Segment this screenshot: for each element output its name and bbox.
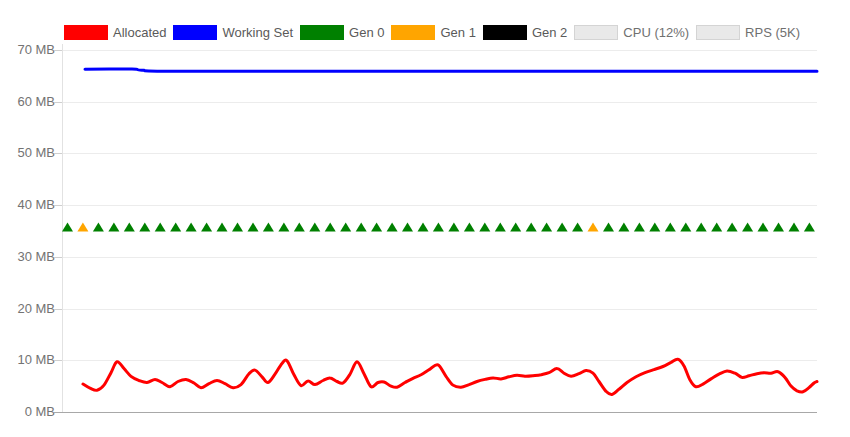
gc-marker-gen-0: [680, 222, 691, 231]
legend-swatch-allocated: [64, 25, 108, 40]
legend-label-gen-1: Gen 1: [440, 25, 475, 40]
gc-marker-gen-0: [278, 222, 289, 231]
gc-marker-gen-0: [773, 222, 784, 231]
gc-marker-gen-0: [665, 222, 676, 231]
gc-marker-gen-0: [433, 222, 444, 231]
gc-marker-gen-0: [727, 222, 738, 231]
memory-metrics-chart: AllocatedWorking SetGen 0Gen 1Gen 2CPU (…: [0, 0, 850, 437]
gc-marker-gen-0: [217, 222, 228, 231]
legend-swatch-rps: [696, 25, 740, 40]
gc-marker-gen-0: [572, 222, 583, 231]
gc-marker-gen-0: [618, 222, 629, 231]
legend-label-working-set: Working Set: [222, 25, 293, 40]
gc-marker-gen-0: [603, 222, 614, 231]
legend-swatch-gen-1: [391, 25, 435, 40]
gc-marker-gen-0: [124, 222, 135, 231]
gc-marker-gen-0: [789, 222, 800, 231]
gc-marker-gen-0: [510, 222, 521, 231]
gc-marker-gen-0: [418, 222, 429, 231]
gc-marker-gen-0: [387, 222, 398, 231]
gc-marker-gen-0: [325, 222, 336, 231]
gc-marker-gen-0: [62, 222, 73, 231]
legend-swatch-working-set: [173, 25, 217, 40]
gc-marker-gen-0: [340, 222, 351, 231]
legend-swatch-gen-2: [483, 25, 527, 40]
gc-marker-gen-0: [186, 222, 197, 231]
gc-marker-gen-0: [742, 222, 753, 231]
legend-item-gen-1[interactable]: Gen 1: [391, 25, 475, 40]
gc-marker-gen-0: [526, 222, 537, 231]
gc-marker-gen-0: [139, 222, 150, 231]
legend-item-gen-0[interactable]: Gen 0: [300, 25, 384, 40]
gc-marker-gen-0: [371, 222, 382, 231]
legend-item-gen-2[interactable]: Gen 2: [483, 25, 567, 40]
gc-marker-gen-0: [495, 222, 506, 231]
gc-marker-gen-0: [758, 222, 769, 231]
gc-marker-gen-0: [356, 222, 367, 231]
gc-marker-gen-0: [155, 222, 166, 231]
gc-marker-gen-0: [108, 222, 119, 231]
gc-marker-gen-0: [248, 222, 259, 231]
legend-label-rps: RPS (5K): [745, 25, 800, 40]
gc-marker-gen-0: [402, 222, 413, 231]
gc-marker-gen-0: [201, 222, 212, 231]
legend-swatch-gen-0: [300, 25, 344, 40]
gc-marker-gen-0: [263, 222, 274, 231]
gc-marker-gen-0: [696, 222, 707, 231]
series-line-working-set: [85, 69, 817, 71]
gc-marker-gen-0: [649, 222, 660, 231]
gc-marker-gen-0: [309, 222, 320, 231]
gc-marker-gen-0: [464, 222, 475, 231]
legend-item-rps[interactable]: RPS (5K): [696, 25, 800, 40]
gc-marker-gen-0: [170, 222, 181, 231]
gc-marker-gen-0: [804, 222, 815, 231]
gc-marker-gen-0: [634, 222, 645, 231]
chart-legend: AllocatedWorking SetGen 0Gen 1Gen 2CPU (…: [64, 25, 807, 40]
legend-item-allocated[interactable]: Allocated: [64, 25, 166, 40]
gc-marker-gen-0: [294, 222, 305, 231]
legend-item-cpu[interactable]: CPU (12%): [574, 25, 689, 40]
gc-marker-gen-0: [557, 222, 568, 231]
gc-marker-gen-1: [77, 222, 88, 231]
legend-label-gen-2: Gen 2: [532, 25, 567, 40]
legend-label-gen-0: Gen 0: [349, 25, 384, 40]
gc-marker-gen-0: [711, 222, 722, 231]
series-line-allocated: [83, 359, 817, 394]
legend-swatch-cpu: [574, 25, 618, 40]
gc-marker-gen-0: [93, 222, 104, 231]
legend-label-cpu: CPU (12%): [623, 25, 689, 40]
legend-item-working-set[interactable]: Working Set: [173, 25, 293, 40]
gc-marker-gen-1: [588, 222, 599, 231]
gc-marker-gen-0: [232, 222, 243, 231]
legend-label-allocated: Allocated: [113, 25, 166, 40]
chart-plot: [0, 0, 850, 437]
gc-marker-gen-0: [479, 222, 490, 231]
gc-marker-gen-0: [541, 222, 552, 231]
gc-marker-gen-0: [448, 222, 459, 231]
